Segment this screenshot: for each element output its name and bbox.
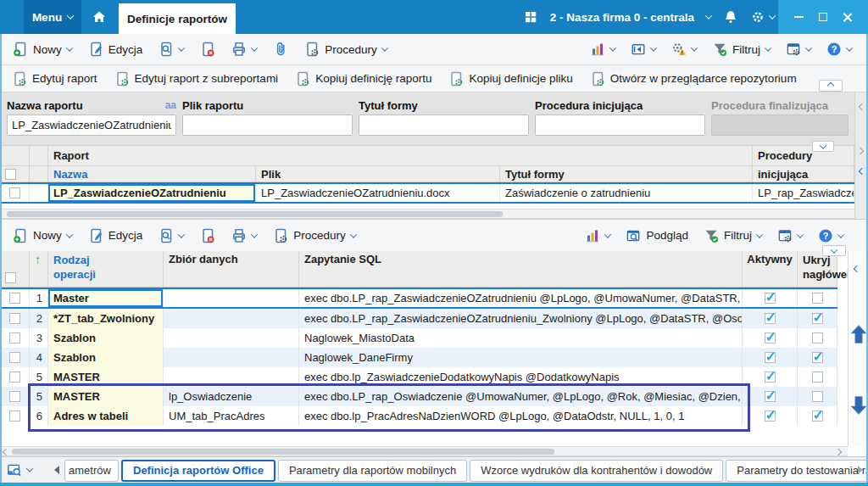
filter-button[interactable]: Filtruj bbox=[699, 225, 766, 247]
checkbox[interactable] bbox=[5, 169, 16, 180]
cell-rodzaj[interactable]: Adres w tabeli bbox=[48, 406, 164, 426]
new-button[interactable]: Nowy bbox=[8, 38, 76, 60]
cell-zbior[interactable] bbox=[164, 328, 299, 348]
column-header-zbior-danych[interactable]: Zbiór danych bbox=[164, 251, 299, 288]
chevron-down-icon[interactable] bbox=[705, 12, 712, 19]
layout-panel-button[interactable] bbox=[626, 38, 660, 60]
cell-sql[interactable]: exec dbo.lp_ZaswiadczenieDodatkowyNapis … bbox=[299, 367, 743, 387]
scrollbar-thumb[interactable] bbox=[12, 449, 554, 455]
checkbox[interactable] bbox=[9, 352, 20, 363]
procedures-operation-button[interactable]: Procedury bbox=[269, 225, 360, 247]
checkbox[interactable] bbox=[9, 411, 20, 422]
delete-button[interactable] bbox=[196, 38, 220, 60]
operation-row-4[interactable]: 4 Szablon Naglowek_DaneFirmy bbox=[0, 348, 837, 367]
chevron-left-icon[interactable] bbox=[859, 103, 865, 110]
cell-rodzaj[interactable]: Master bbox=[48, 289, 164, 307]
tab-wzorce-wydrukow[interactable]: Wzorce wydruków dla kontrahentów i dowod… bbox=[470, 460, 723, 482]
new-operation-button[interactable]: Nowy bbox=[8, 225, 76, 247]
checkbox[interactable] bbox=[812, 332, 823, 344]
move-down-button[interactable] bbox=[850, 395, 867, 416]
column-header-zapytanie-sql[interactable]: Zapytanie SQL bbox=[299, 251, 743, 288]
chevron-left-icon[interactable] bbox=[854, 265, 860, 272]
edit-report-button[interactable]: Edytuj raport bbox=[7, 69, 103, 89]
checkbox[interactable] bbox=[765, 293, 776, 304]
help-button[interactable] bbox=[814, 225, 848, 247]
operation-row-5[interactable]: 5 MASTER exec dbo.lp_ZaswiadczenieDodatk… bbox=[0, 367, 837, 387]
operation-row-3[interactable]: 3 Szablon Naglowek_MiastoData bbox=[0, 328, 837, 348]
column-header-tytul-formy[interactable]: Tytuł formy bbox=[500, 166, 753, 182]
column-header-inicjujaca[interactable]: inicjująca bbox=[753, 166, 854, 182]
reports-horizontal-scrollbar[interactable] bbox=[0, 209, 854, 219]
operations-horizontal-scrollbar[interactable] bbox=[0, 446, 848, 456]
cell-plik[interactable]: LP_ZaswiadczenieOZatrudnieniu.docx bbox=[256, 184, 500, 202]
checkbox[interactable] bbox=[812, 371, 823, 383]
document-tab[interactable]: Definicje raportów bbox=[119, 3, 236, 34]
delete-operation-button[interactable] bbox=[196, 225, 220, 247]
collapse-actions-button[interactable] bbox=[819, 80, 843, 92]
preview-button[interactable]: Podgląd bbox=[621, 225, 693, 247]
chevron-left-icon[interactable] bbox=[859, 168, 865, 175]
cell-rodzaj[interactable]: MASTER bbox=[48, 387, 164, 406]
edit-operation-button[interactable]: Edycja bbox=[84, 225, 147, 247]
chevron-left-icon[interactable] bbox=[3, 449, 9, 455]
column-header-plik[interactable]: Plik bbox=[256, 166, 500, 182]
move-up-button[interactable] bbox=[850, 324, 867, 344]
column-header-nazwa[interactable]: Nazwa bbox=[48, 166, 256, 182]
cell-nazwa-selected[interactable]: LP_ZaswiadczenieOZatrudnieniu bbox=[48, 184, 256, 202]
chart-button[interactable] bbox=[581, 225, 615, 247]
checkbox[interactable] bbox=[812, 352, 823, 363]
minimize-icon[interactable] bbox=[794, 16, 804, 18]
grid-settings-button[interactable] bbox=[782, 38, 815, 60]
notifications-bell-icon[interactable] bbox=[723, 9, 738, 25]
header-select-all[interactable] bbox=[0, 251, 30, 288]
filter-input-nazwa-raportu[interactable] bbox=[7, 115, 176, 136]
checkbox[interactable] bbox=[765, 391, 776, 402]
maximize-icon[interactable] bbox=[819, 13, 827, 21]
checkbox[interactable] bbox=[765, 411, 776, 422]
copy-file-definitions-button[interactable]: Kopiuj definicje pliku bbox=[443, 69, 577, 89]
print-button[interactable] bbox=[227, 38, 261, 60]
cell-rodzaj[interactable]: Szablon bbox=[48, 348, 164, 367]
cell-sql[interactable]: exec dbo.LP_rap_ZaswiadczenieOZatrudnien… bbox=[299, 309, 743, 328]
menu-button[interactable]: Menu bbox=[24, 0, 81, 34]
cell-zbior[interactable]: lp_Oswiadczenie bbox=[164, 387, 299, 406]
filter-button[interactable]: Filtruj bbox=[708, 38, 775, 60]
checkbox[interactable] bbox=[765, 313, 776, 324]
view-operation-button[interactable] bbox=[154, 225, 188, 247]
checkbox[interactable] bbox=[9, 187, 20, 198]
tab-definicja-raportow-office[interactable]: Definicja raportów Office bbox=[121, 460, 275, 482]
checkbox[interactable] bbox=[765, 352, 776, 363]
chevron-right-icon[interactable] bbox=[857, 148, 864, 154]
cell-rodzaj[interactable]: *ZT_tab_Zwolniony bbox=[48, 309, 164, 328]
filter-input-procedura-inicjujaca[interactable] bbox=[535, 115, 705, 136]
attachments-button[interactable] bbox=[269, 38, 292, 60]
column-header-ukryj-naglowek[interactable]: Ukryjnagłówek bbox=[798, 251, 837, 288]
cell-sql[interactable]: Naglowek_DaneFirmy bbox=[299, 348, 743, 367]
checkbox[interactable] bbox=[9, 293, 20, 304]
group-header-raport[interactable]: Raport bbox=[48, 146, 753, 166]
checkbox[interactable] bbox=[5, 272, 16, 283]
chart-button[interactable] bbox=[586, 38, 620, 60]
cell-zbior[interactable] bbox=[164, 348, 299, 367]
cell-zbior[interactable] bbox=[164, 367, 299, 387]
cell-zbior[interactable]: UM_tab_PracAdres bbox=[164, 406, 299, 426]
scrollbar-thumb[interactable] bbox=[7, 211, 503, 217]
operation-row-6[interactable]: 5 MASTER lp_Oswiadczenie exec dbo.LP_rap… bbox=[0, 387, 837, 406]
filter-input-tytul-formy[interactable] bbox=[359, 115, 529, 136]
settings-button[interactable] bbox=[750, 9, 775, 25]
print-operation-button[interactable] bbox=[227, 225, 261, 247]
help-button[interactable] bbox=[822, 38, 856, 60]
operation-row-1[interactable]: 1 Master exec dbo.LP_rap_ZaswiadczenieOZ… bbox=[0, 288, 837, 309]
collapse-detail-toolbar-button[interactable] bbox=[822, 245, 846, 256]
checkbox[interactable] bbox=[812, 391, 823, 402]
checkbox[interactable] bbox=[9, 313, 20, 324]
checkbox[interactable] bbox=[812, 313, 823, 324]
tab-parametry-clipped[interactable]: ametrów bbox=[64, 460, 119, 482]
cell-sql[interactable]: exec dbo.LP_rap_Oswiadczenie @UmowaNumer… bbox=[299, 387, 743, 406]
cell-sql[interactable]: Naglowek_MiastoData bbox=[299, 328, 743, 348]
view-button[interactable] bbox=[154, 38, 188, 60]
home-icon[interactable] bbox=[92, 9, 107, 25]
sort-indicator-cell[interactable]: ↑ bbox=[30, 251, 48, 288]
settings-warning-button[interactable] bbox=[667, 38, 701, 60]
edit-button[interactable]: Edycja bbox=[84, 38, 147, 60]
